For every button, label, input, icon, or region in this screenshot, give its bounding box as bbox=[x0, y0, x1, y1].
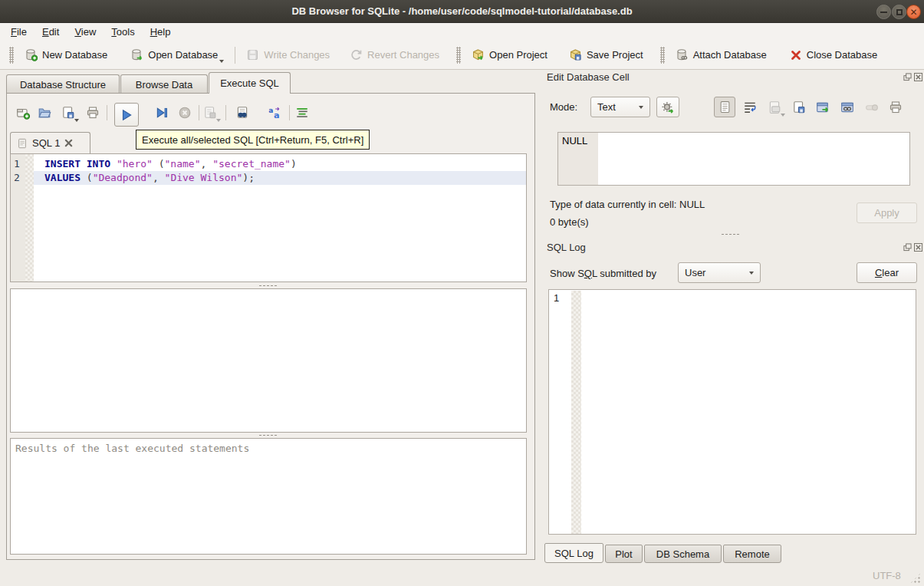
set-null-button[interactable] bbox=[865, 100, 879, 114]
cell-value-editor[interactable]: NULL bbox=[557, 132, 910, 186]
tab-label: Browse Data bbox=[136, 79, 192, 91]
close-tab-icon[interactable] bbox=[64, 139, 73, 147]
attach-database-button[interactable]: Attach Database bbox=[669, 44, 773, 67]
mode-label: Mode: bbox=[550, 101, 577, 113]
cell-size-info: 0 byte(s) bbox=[550, 216, 589, 228]
dock-close-button[interactable] bbox=[914, 243, 922, 252]
tab-database-structure[interactable]: Database Structure bbox=[6, 74, 120, 94]
close-icon: ✕ bbox=[909, 8, 917, 17]
format-lines-icon bbox=[295, 106, 309, 120]
splitter-handle[interactable] bbox=[10, 433, 527, 438]
open-database-dropdown-icon[interactable] bbox=[219, 60, 224, 63]
find-icon bbox=[235, 106, 249, 120]
open-project-button[interactable]: Open Project bbox=[465, 44, 554, 67]
open-url-button[interactable] bbox=[840, 100, 854, 114]
resize-grip[interactable] bbox=[909, 572, 922, 584]
open-sql-file-button[interactable] bbox=[35, 104, 54, 122]
menu-help[interactable]: Help bbox=[143, 24, 179, 40]
sql-toolbar-separator bbox=[289, 105, 290, 120]
new-sql-tab-button[interactable] bbox=[14, 104, 32, 122]
close-database-button[interactable]: Close Database bbox=[784, 44, 884, 67]
line-number-gutter: 1 2 bbox=[11, 154, 25, 281]
word-wrap-button[interactable] bbox=[743, 100, 757, 114]
window-title: DB Browser for SQLite - /home/user/code/… bbox=[291, 5, 632, 17]
log-filter-value: User bbox=[685, 267, 705, 278]
save-sql-file-button[interactable] bbox=[59, 104, 77, 122]
minimize-button[interactable] bbox=[876, 5, 891, 19]
toolbar-grip[interactable] bbox=[660, 47, 665, 64]
menu-view[interactable]: View bbox=[67, 24, 104, 40]
auto-complete-icon: a a bbox=[268, 106, 281, 120]
cell-type-info: Type of data currently in cell: NULL bbox=[550, 199, 705, 210]
menu-tools[interactable]: Tools bbox=[104, 24, 142, 40]
maximize-icon bbox=[896, 9, 903, 15]
gear-arrow-icon bbox=[661, 100, 675, 114]
revert-changes-button[interactable]: Revert Changes bbox=[344, 44, 446, 67]
toolbar-grip[interactable] bbox=[9, 47, 14, 64]
execute-sql-button[interactable] bbox=[114, 103, 139, 127]
print-icon bbox=[889, 100, 903, 114]
dock-close-button[interactable] bbox=[914, 73, 922, 81]
code-area[interactable]: INSERT INTO "hero" ("name", "secret_name… bbox=[34, 154, 526, 281]
export-data-button[interactable] bbox=[792, 100, 806, 114]
auto-complete-button[interactable]: a a bbox=[265, 104, 284, 122]
execute-current-line-button[interactable] bbox=[153, 104, 171, 122]
toolbar-separator bbox=[235, 47, 235, 64]
svg-text:a: a bbox=[268, 107, 273, 114]
tab-browse-data[interactable]: Browse Data bbox=[120, 74, 208, 94]
splitter-handle[interactable] bbox=[10, 283, 527, 288]
tab-execute-sql[interactable]: Execute SQL bbox=[209, 72, 291, 94]
open-database-label: Open Database bbox=[148, 49, 218, 61]
export-results-icon bbox=[203, 106, 217, 120]
open-in-external-button[interactable] bbox=[816, 100, 830, 114]
log-filter-select[interactable]: User bbox=[678, 262, 761, 283]
export-results-button[interactable] bbox=[201, 104, 219, 122]
format-sql-button[interactable] bbox=[293, 104, 311, 122]
sql-code-editor[interactable]: 1 2 INSERT INTO "hero" ("name", "secret_… bbox=[10, 153, 527, 282]
close-button[interactable]: ✕ bbox=[906, 5, 921, 19]
sql-log-view[interactable]: 1 bbox=[548, 289, 916, 535]
clear-log-button[interactable]: Clear bbox=[857, 262, 917, 283]
sql-string: "hero" bbox=[117, 158, 153, 170]
auto-switch-mode-button[interactable] bbox=[656, 97, 679, 117]
menu-file[interactable]: File bbox=[3, 24, 35, 40]
toolbar-grip[interactable] bbox=[456, 47, 461, 64]
sql-string: "Dive Wilson" bbox=[165, 172, 243, 183]
export-icon bbox=[816, 100, 830, 114]
print-cell-button[interactable] bbox=[889, 100, 903, 114]
clear-label: Clear bbox=[875, 267, 899, 278]
sql-editor-tab[interactable]: SQL 1 bbox=[10, 132, 90, 153]
dock-float-button[interactable] bbox=[903, 243, 912, 252]
export-results-dropdown-icon bbox=[216, 119, 221, 122]
menu-edit[interactable]: Edit bbox=[35, 24, 67, 40]
bottom-tab-db-schema[interactable]: DB Schema bbox=[644, 545, 722, 563]
bottom-tab-plot[interactable]: Plot bbox=[605, 545, 643, 563]
bottom-tab-remote[interactable]: Remote bbox=[723, 545, 781, 563]
new-database-label: New Database bbox=[42, 49, 107, 61]
dock-float-button[interactable] bbox=[903, 73, 912, 81]
save-project-button[interactable]: Save Project bbox=[563, 44, 649, 67]
chevron-down-icon bbox=[639, 106, 643, 109]
mode-select[interactable]: Text bbox=[590, 97, 650, 117]
splitter-handle[interactable] bbox=[721, 232, 741, 237]
maximize-button[interactable] bbox=[892, 5, 906, 19]
sql-string: "name" bbox=[165, 158, 201, 170]
bottom-tab-sql-log[interactable]: SQL Log bbox=[544, 543, 603, 563]
tooltip-text: Execute all/selected SQL [Ctrl+Return, F… bbox=[142, 134, 363, 146]
write-changes-label: Write Changes bbox=[264, 49, 330, 61]
sql-results-grid[interactable] bbox=[10, 288, 527, 433]
stop-execution-button[interactable] bbox=[176, 104, 194, 122]
write-changes-button[interactable]: Write Changes bbox=[240, 44, 336, 67]
new-database-button[interactable]: New Database bbox=[18, 44, 113, 67]
import-data-button[interactable] bbox=[768, 100, 781, 114]
results-message-panel[interactable]: Results of the last executed statements bbox=[10, 438, 527, 555]
close-icon bbox=[914, 73, 922, 81]
text-mode-button[interactable] bbox=[714, 97, 735, 117]
results-placeholder: Results of the last executed statements bbox=[11, 439, 526, 458]
find-in-sql-button[interactable] bbox=[233, 104, 252, 122]
save-sql-dropdown-icon[interactable] bbox=[74, 119, 79, 122]
new-database-icon bbox=[25, 48, 38, 61]
open-database-button[interactable]: Open Database bbox=[124, 44, 230, 67]
apply-button[interactable]: Apply bbox=[857, 202, 917, 223]
print-sql-button[interactable] bbox=[84, 104, 102, 122]
